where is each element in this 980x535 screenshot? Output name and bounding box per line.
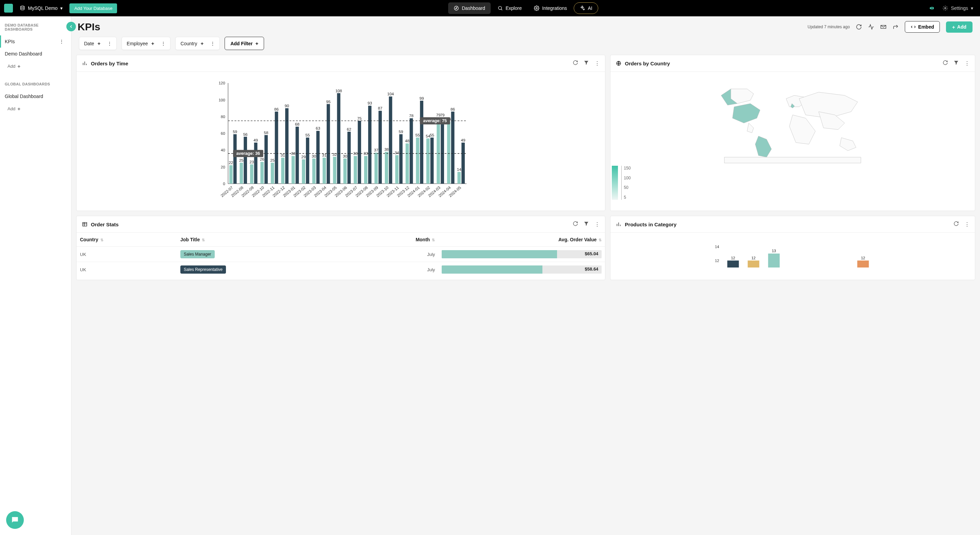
chat-launcher[interactable] xyxy=(6,511,24,529)
more-icon[interactable]: ⋮ xyxy=(595,221,600,228)
svg-rect-149 xyxy=(727,261,739,268)
sidebar-add-global-dashboard[interactable]: Add + xyxy=(5,102,66,115)
svg-rect-25 xyxy=(243,137,247,184)
collapse-sidebar-button[interactable] xyxy=(66,22,76,31)
more-icon[interactable]: ⋮ xyxy=(161,41,165,46)
col-value[interactable]: Avg. Order Value⇅ xyxy=(438,233,605,247)
filter-icon[interactable] xyxy=(584,221,589,228)
svg-text:average: 36: average: 36 xyxy=(237,151,260,156)
svg-text:58: 58 xyxy=(264,131,269,135)
bar-chart-icon xyxy=(82,61,88,66)
svg-text:63: 63 xyxy=(316,126,320,131)
refresh-icon[interactable] xyxy=(856,24,862,30)
filters-row: Date + ⋮ Employee + ⋮ Country + ⋮ Add Fi… xyxy=(72,37,980,55)
refresh-icon[interactable] xyxy=(953,221,959,228)
more-icon[interactable]: ⋮ xyxy=(595,60,600,67)
svg-rect-84 xyxy=(364,156,368,183)
map-legend: 150 100 50 5 xyxy=(612,166,630,200)
col-month[interactable]: Month⇅ xyxy=(351,233,438,247)
cell-month: July xyxy=(351,262,438,277)
sidebar-section-label: DEMO DATABASE DASHBOARDS xyxy=(5,23,66,31)
svg-text:55: 55 xyxy=(430,133,434,137)
svg-rect-24 xyxy=(240,163,243,184)
svg-text:22: 22 xyxy=(229,160,233,165)
legend-tick: 5 xyxy=(624,195,630,200)
sidebar-add-dashboard[interactable]: Add + xyxy=(5,60,66,73)
nav-integrations[interactable]: Integrations xyxy=(528,2,572,14)
filter-employee[interactable]: Employee + ⋮ xyxy=(121,37,170,50)
plus-icon: + xyxy=(18,63,21,69)
col-job[interactable]: Job Title⇅ xyxy=(177,233,351,247)
more-icon[interactable]: ⋮ xyxy=(210,41,215,46)
more-icon[interactable]: ⋮ xyxy=(107,41,111,46)
sort-icon: ⇅ xyxy=(100,238,103,242)
svg-rect-114 xyxy=(426,139,430,184)
nav-explore[interactable]: Explore xyxy=(492,2,527,14)
nav-ai[interactable]: AI xyxy=(574,2,598,14)
sort-icon: ⇅ xyxy=(202,238,205,242)
svg-text:86: 86 xyxy=(274,107,279,111)
share-icon[interactable] xyxy=(892,24,899,30)
svg-rect-74 xyxy=(343,159,347,184)
add-filter-label: Add Filter xyxy=(231,41,253,46)
svg-rect-85 xyxy=(368,106,372,184)
nav-ai-label: AI xyxy=(588,5,592,11)
refresh-icon[interactable] xyxy=(573,60,578,67)
svg-rect-64 xyxy=(323,158,326,183)
svg-text:75: 75 xyxy=(357,116,362,121)
sidebar-item-kpis[interactable]: KPIs ⋮ xyxy=(0,35,66,48)
announcement-icon[interactable] xyxy=(929,5,935,11)
svg-text:12: 12 xyxy=(715,259,719,263)
activity-icon[interactable] xyxy=(868,24,874,30)
col-country[interactable]: Country⇅ xyxy=(76,233,177,247)
svg-text:104: 104 xyxy=(387,92,394,96)
svg-text:60: 60 xyxy=(221,131,225,135)
add-filter-button[interactable]: Add Filter + xyxy=(224,37,264,50)
svg-rect-90 xyxy=(379,111,382,183)
filter-icon[interactable] xyxy=(584,60,589,67)
code-icon xyxy=(911,24,916,30)
mail-icon[interactable] xyxy=(880,24,886,30)
filter-date[interactable]: Date + ⋮ xyxy=(79,37,117,50)
nav-settings[interactable]: Settings ▾ xyxy=(940,4,976,12)
add-database-button[interactable]: Add Your Database xyxy=(69,3,117,13)
more-icon[interactable]: ⋮ xyxy=(964,60,969,67)
table-row[interactable]: UK Sales Representative July $58.64 xyxy=(76,262,605,277)
svg-rect-54 xyxy=(302,159,305,183)
svg-text:30: 30 xyxy=(312,154,316,158)
svg-rect-44 xyxy=(281,158,285,183)
table-row[interactable]: UK Sales Manager July $65.04 xyxy=(76,247,605,262)
svg-text:49: 49 xyxy=(461,138,466,142)
plus-icon: + xyxy=(200,40,204,46)
filter-country[interactable]: Country + ⋮ xyxy=(175,37,220,50)
nav-dashboard[interactable]: Dashboard xyxy=(448,2,491,14)
embed-button[interactable]: Embed xyxy=(905,21,940,33)
app-logo[interactable] xyxy=(4,4,13,13)
sidebar-item-global-dashboard[interactable]: Global Dashboard xyxy=(0,90,66,102)
svg-point-0 xyxy=(21,6,24,7)
svg-rect-155 xyxy=(858,261,869,268)
svg-rect-35 xyxy=(264,135,268,184)
svg-text:56: 56 xyxy=(243,132,248,137)
more-icon[interactable]: ⋮ xyxy=(964,221,969,228)
filter-icon[interactable] xyxy=(953,60,959,67)
svg-rect-120 xyxy=(441,118,444,184)
svg-text:26: 26 xyxy=(260,157,264,161)
sparkle-icon xyxy=(579,5,585,11)
sidebar-add-label: Add xyxy=(8,64,15,69)
database-selector[interactable]: MySQL Demo ▾ xyxy=(17,4,65,12)
refresh-icon[interactable] xyxy=(573,221,578,228)
svg-rect-153 xyxy=(768,253,780,268)
svg-text:25: 25 xyxy=(270,158,275,162)
svg-text:59: 59 xyxy=(233,129,237,134)
svg-rect-30 xyxy=(254,143,258,184)
refresh-icon[interactable] xyxy=(943,60,948,67)
cell-value: $58.64 xyxy=(438,262,605,277)
plus-icon: + xyxy=(256,40,259,46)
sidebar-item-demo-dashboard[interactable]: Demo Dashboard xyxy=(0,48,66,60)
cell-country: UK xyxy=(76,262,177,277)
more-icon[interactable]: ⋮ xyxy=(59,39,64,44)
legend-tick: 50 xyxy=(624,185,630,190)
add-widget-button[interactable]: + Add xyxy=(946,21,972,33)
sort-icon: ⇅ xyxy=(432,238,435,242)
